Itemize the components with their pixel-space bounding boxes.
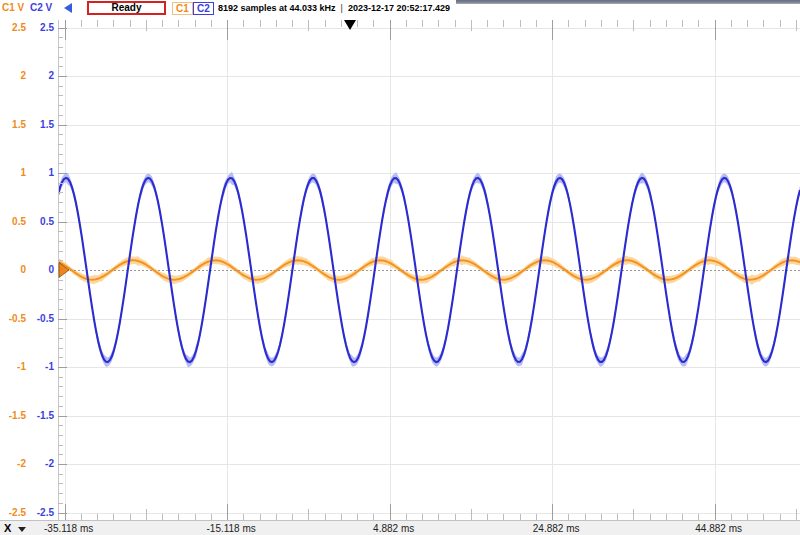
acquisition-info: 8192 samples at 44.033 kHz|2023-12-17 20… bbox=[218, 3, 450, 13]
y-tick-label-c2: -2.5 bbox=[28, 508, 54, 518]
sample-info: 8192 samples at 44.033 kHz bbox=[218, 3, 336, 13]
y-tick-label-c2: 0.5 bbox=[28, 217, 54, 227]
time-scrollbar[interactable]: X -35.118 ms-15.118 ms4.882 ms24.882 ms4… bbox=[0, 520, 800, 535]
collapse-panel-icon[interactable] bbox=[64, 3, 72, 13]
x-tick-label: -35.118 ms bbox=[44, 523, 93, 534]
y-tick-label-c1: -1 bbox=[0, 362, 26, 372]
y-tick-label-c2: 0 bbox=[28, 265, 54, 275]
y-tick-label-c2: 2.5 bbox=[28, 23, 54, 33]
y-tick-label-c2: -1 bbox=[28, 362, 54, 372]
x-axis-selector-label: X bbox=[4, 522, 11, 534]
separator: | bbox=[341, 3, 343, 13]
y-tick-label-c1: -0.5 bbox=[0, 314, 26, 324]
y-tick-label-c1: 2.5 bbox=[0, 23, 26, 33]
timestamp: 2023-12-17 20:52:17.429 bbox=[348, 3, 450, 13]
oscilloscope-window: C1 V C2 V Ready C1 C2 8192 samples at 44… bbox=[0, 0, 800, 535]
y-tick-label-c1: 2 bbox=[0, 71, 26, 81]
y-tick-label-c1: 1 bbox=[0, 168, 26, 178]
y-tick-label-c2: -0.5 bbox=[28, 314, 54, 324]
c2-axis-title: C2 V bbox=[30, 2, 52, 13]
y-tick-label-c2: 2 bbox=[28, 71, 54, 81]
y-tick-label-c1: 0 bbox=[0, 265, 26, 275]
y-tick-label-c2: -2 bbox=[28, 459, 54, 469]
x-tick-label: 24.882 ms bbox=[533, 523, 580, 534]
window-top-bar bbox=[456, 0, 800, 4]
c1-axis-title: C1 V bbox=[2, 2, 24, 13]
y-tick-label-c1: -2 bbox=[0, 459, 26, 469]
y-tick-label-c2: 1 bbox=[28, 168, 54, 178]
y-tick-label-c2: 1.5 bbox=[28, 120, 54, 130]
x-tick-label: 4.882 ms bbox=[373, 523, 414, 534]
y-tick-label-c1: -2.5 bbox=[0, 508, 26, 518]
channel-tab-c2[interactable]: C2 bbox=[193, 2, 214, 15]
x-tick-label: -15.118 ms bbox=[207, 523, 256, 534]
status-badge: Ready bbox=[87, 1, 166, 15]
y-tick-label-c1: -1.5 bbox=[0, 411, 26, 421]
channel-tab-c1[interactable]: C1 bbox=[172, 2, 193, 15]
dropdown-caret-icon bbox=[18, 527, 26, 532]
waveform-plot[interactable] bbox=[58, 20, 800, 520]
x-axis-selector-button[interactable]: X bbox=[4, 522, 26, 534]
y-tick-label-c1: 1.5 bbox=[0, 120, 26, 130]
y-tick-label-c1: 0.5 bbox=[0, 217, 26, 227]
y-tick-label-c2: -1.5 bbox=[28, 411, 54, 421]
x-tick-label: 44.882 ms bbox=[695, 523, 742, 534]
